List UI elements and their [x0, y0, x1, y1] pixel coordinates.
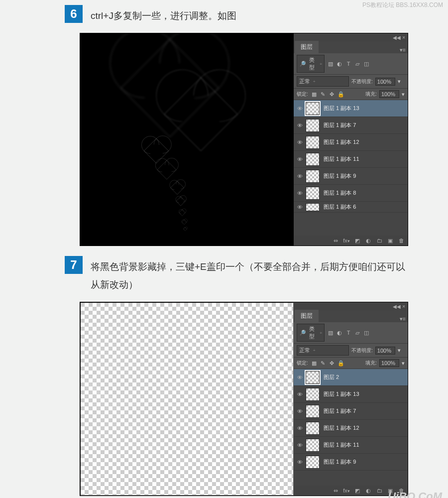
layer-thumb[interactable]	[306, 405, 320, 418]
filter-shape-icon[interactable]: ▱	[354, 329, 361, 336]
heart-shape	[164, 77, 237, 151]
layer-row[interactable]: 👁 图层 1 副本 12	[294, 420, 408, 437]
filter-adjust-icon[interactable]: ◐	[336, 60, 343, 67]
layer-thumb[interactable]	[306, 119, 320, 132]
layer-thumb[interactable]	[306, 102, 320, 115]
lock-all-icon[interactable]: 🔒	[337, 360, 344, 367]
layer-thumb[interactable]	[306, 371, 320, 384]
layer-row[interactable]: 👁 图层 1 副本 11	[294, 437, 408, 454]
visibility-icon[interactable]: 👁	[294, 374, 306, 380]
filter-type-icon[interactable]: T	[345, 60, 352, 67]
close-icon[interactable]: ×	[402, 304, 405, 309]
lock-trans-icon[interactable]: ▩	[311, 360, 318, 367]
delete-icon[interactable]: 🗑	[398, 237, 405, 244]
layer-row[interactable]: 👁 图层 1 副本 13	[294, 100, 408, 117]
layer-row[interactable]: 👁 图层 1 副本 8	[294, 185, 408, 202]
visibility-icon[interactable]: 👁	[294, 173, 306, 179]
visibility-icon[interactable]: 👁	[294, 204, 306, 210]
layer-row[interactable]: 👁 图层 2	[294, 369, 408, 386]
filter-type-icon[interactable]: T	[345, 329, 352, 336]
layer-thumb[interactable]	[306, 203, 320, 211]
chevron-down-icon[interactable]: ▾	[398, 78, 401, 85]
group-icon[interactable]: 🗀	[376, 237, 383, 244]
layer-thumb[interactable]	[306, 153, 320, 166]
fx-icon[interactable]: fx▾	[343, 487, 350, 494]
blend-mode-value: 正常	[299, 78, 310, 85]
lock-trans-icon[interactable]: ▩	[311, 91, 318, 98]
layer-name: 图层 1 副本 13	[324, 105, 359, 112]
layer-row[interactable]: 👁 图层 1 副本 9	[294, 168, 408, 185]
close-icon[interactable]: ×	[402, 35, 405, 40]
heart-shape	[183, 227, 187, 231]
lock-position-icon[interactable]: ✥	[329, 360, 336, 367]
layer-row[interactable]: 👁 图层 1 副本 7	[294, 117, 408, 134]
layers-list: 👁 图层 2 👁 图层 1 副本 13 👁 图层 1 副本 7 👁	[294, 369, 408, 486]
lock-image-icon[interactable]: ✎	[320, 91, 327, 98]
fill-input[interactable]: 100%	[379, 90, 399, 98]
panel-menu-icon[interactable]: ▾≡	[400, 47, 406, 53]
visibility-icon[interactable]: 👁	[294, 425, 306, 431]
layer-name: 图层 2	[324, 374, 339, 381]
blend-mode-select[interactable]: 正常 ÷	[297, 345, 349, 356]
chevron-down-icon[interactable]: ▾	[402, 360, 405, 367]
fill-input[interactable]: 100%	[379, 359, 399, 367]
lock-image-icon[interactable]: ✎	[320, 360, 327, 367]
group-icon[interactable]: 🗀	[376, 487, 383, 494]
visibility-icon[interactable]: 👁	[294, 190, 306, 196]
visibility-icon[interactable]: 👁	[294, 123, 306, 128]
layer-thumb[interactable]	[306, 388, 320, 401]
chevron-down-icon[interactable]: ▾	[398, 347, 401, 354]
layer-row[interactable]: 👁 图层 1 副本 11	[294, 151, 408, 168]
layer-kind-select[interactable]: 🔎 类型 ÷	[297, 324, 325, 342]
opacity-input[interactable]: 100%	[375, 347, 395, 355]
filter-adjust-icon[interactable]: ◐	[336, 329, 343, 336]
fx-icon[interactable]: fx▾	[343, 237, 350, 244]
layer-row[interactable]: 👁 图层 1 副本 9	[294, 454, 408, 471]
mask-icon[interactable]: ◩	[354, 237, 361, 244]
visibility-icon[interactable]: 👁	[294, 391, 306, 397]
lock-all-icon[interactable]: 🔒	[337, 91, 344, 98]
visibility-icon[interactable]: 👁	[294, 156, 306, 162]
layer-thumb[interactable]	[306, 136, 320, 149]
blend-mode-select[interactable]: 正常 ÷	[297, 76, 349, 87]
layer-thumb[interactable]	[306, 439, 320, 452]
layer-thumb[interactable]	[306, 187, 320, 200]
chevron-down-icon: ÷	[320, 62, 322, 66]
tab-layers[interactable]: 图层	[295, 310, 319, 322]
filter-smart-icon[interactable]: ◫	[363, 329, 370, 336]
layer-thumb[interactable]	[306, 170, 320, 183]
link-icon[interactable]: ⇔	[332, 237, 339, 244]
layer-type-row: 🔎 类型 ÷ ▧ ◐ T ▱ ◫	[294, 53, 408, 75]
layer-thumb[interactable]	[306, 422, 320, 435]
canvas-transparent	[80, 302, 294, 496]
mask-icon[interactable]: ◩	[354, 487, 361, 494]
adjustment-icon[interactable]: ◐	[365, 487, 372, 494]
filter-pixel-icon[interactable]: ▧	[327, 329, 334, 336]
visibility-icon[interactable]: 👁	[294, 106, 306, 112]
visibility-icon[interactable]: 👁	[294, 459, 306, 465]
layers-panel: ◀◀ × 图层 ▾≡ 🔎 类型 ÷ ▧ ◐ T ▱ ◫	[294, 33, 408, 246]
visibility-icon[interactable]: 👁	[294, 408, 306, 414]
filter-shape-icon[interactable]: ▱	[354, 60, 361, 67]
layer-kind-select[interactable]: 🔎 类型 ÷	[297, 55, 325, 73]
new-layer-icon[interactable]: ▣	[387, 237, 394, 244]
adjustment-icon[interactable]: ◐	[365, 237, 372, 244]
link-icon[interactable]: ⇔	[332, 487, 339, 494]
layer-row[interactable]: 👁 图层 1 副本 12	[294, 134, 408, 151]
filter-pixel-icon[interactable]: ▧	[327, 60, 334, 67]
collapse-icon[interactable]: ◀◀	[393, 35, 401, 40]
layer-thumb[interactable]	[306, 456, 320, 469]
tab-layers[interactable]: 图层	[295, 41, 319, 53]
layer-row[interactable]: 👁 图层 1 副本 13	[294, 386, 408, 403]
layer-row[interactable]: 👁 图层 1 副本 6	[294, 202, 408, 213]
lock-position-icon[interactable]: ✥	[329, 91, 336, 98]
filter-smart-icon[interactable]: ◫	[363, 60, 370, 67]
visibility-icon[interactable]: 👁	[294, 442, 306, 448]
panel-menu-icon[interactable]: ▾≡	[400, 316, 406, 322]
collapse-icon[interactable]: ◀◀	[393, 304, 401, 309]
layer-row[interactable]: 👁 图层 1 副本 7	[294, 403, 408, 420]
opacity-input[interactable]: 100%	[375, 78, 395, 86]
chevron-down-icon[interactable]: ▾	[402, 91, 405, 98]
visibility-icon[interactable]: 👁	[294, 139, 306, 145]
layer-name: 图层 1 副本 13	[324, 390, 359, 398]
